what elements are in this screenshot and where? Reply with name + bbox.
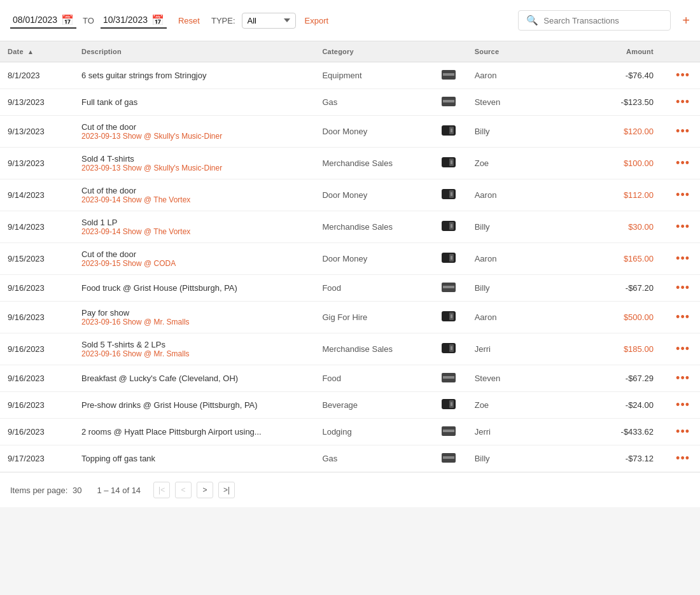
row-options-button[interactable]: •••	[676, 157, 690, 170]
row-options-button[interactable]: •••	[676, 372, 690, 385]
cell-date: 9/16/2023	[0, 365, 74, 392]
export-button[interactable]: Export	[305, 16, 329, 25]
table-row: 9/13/2023Full tank of gasGasSteven-$123.…	[0, 89, 700, 116]
description-link[interactable]: 2023-09-13 Show @ Skully's Music-Diner	[81, 132, 307, 141]
row-options-button[interactable]: •••	[676, 452, 690, 465]
cell-action: •••	[661, 365, 700, 392]
col-header-source[interactable]: Source	[467, 41, 561, 62]
row-options-button[interactable]: •••	[676, 342, 690, 356]
description-text: Cut of the door	[81, 249, 136, 259]
cell-description: 2 rooms @ Hyatt Place Pittsburgh Airport…	[74, 419, 314, 445]
cell-description: Breakfast @ Lucky's Cafe (Cleveland, OH)	[74, 365, 314, 392]
cell-date: 9/16/2023	[0, 275, 74, 302]
cell-description: Pay for show2023-09-16 Show @ Mr. Smalls	[74, 302, 314, 333]
cell-amount: -$24.00	[560, 392, 661, 419]
reset-button[interactable]: Reset	[178, 16, 200, 25]
calendar-from-icon[interactable]: 📅	[61, 14, 74, 26]
cell-category: Gas	[314, 445, 438, 472]
type-select[interactable]: All Income Expense	[242, 13, 296, 29]
debit-card-icon	[442, 311, 456, 321]
cell-description: Cut of the door2023-09-14 Show @ The Vor…	[74, 179, 314, 211]
cell-source-icon	[439, 148, 467, 179]
calendar-to-icon[interactable]: 📅	[151, 14, 164, 26]
table-row: 9/16/2023Sold 5 T-shirts & 2 LPs2023-09-…	[0, 333, 700, 365]
cell-amount: $165.00	[560, 243, 661, 275]
type-label: TYPE:	[211, 16, 235, 25]
cell-description: 6 sets guitar strings from Stringjoy	[74, 62, 314, 89]
row-options-button[interactable]: •••	[676, 281, 690, 295]
cell-source: Aaron	[467, 243, 561, 275]
cell-amount: -$73.12	[560, 445, 661, 472]
cell-category: Gig For Hire	[314, 302, 438, 333]
credit-card-icon	[442, 426, 456, 436]
row-options-button[interactable]: •••	[676, 398, 690, 412]
description-text: Cut of the door	[81, 186, 136, 195]
cell-source-icon	[439, 275, 467, 302]
row-options-button[interactable]: •••	[676, 220, 690, 234]
cell-category: Merchandise Sales	[314, 211, 438, 243]
cell-source: Aaron	[467, 302, 561, 333]
description-link[interactable]: 2023-09-16 Show @ Mr. Smalls	[81, 349, 307, 358]
table-header-row: Date ▲ Description Category Source Amoun…	[0, 41, 700, 62]
row-options-button[interactable]: •••	[676, 95, 690, 109]
cell-source: Steven	[467, 365, 561, 392]
cell-source: Billy	[467, 275, 561, 302]
cell-amount: -$67.20	[560, 275, 661, 302]
last-page-button[interactable]: >|	[218, 482, 235, 498]
cell-source-icon	[439, 116, 467, 148]
page-range-text: 1 – 14 of 14	[97, 486, 141, 495]
add-transaction-button[interactable]: +	[682, 13, 690, 28]
cell-source-icon	[439, 211, 467, 243]
first-page-button[interactable]: |<	[153, 482, 170, 498]
cell-action: •••	[661, 89, 700, 116]
next-page-button[interactable]: >	[197, 482, 213, 498]
cell-source-icon	[439, 419, 467, 445]
description-link[interactable]: 2023-09-16 Show @ Mr. Smalls	[81, 318, 307, 326]
cell-source-icon	[439, 243, 467, 275]
cell-source-icon	[439, 62, 467, 89]
col-header-date[interactable]: Date ▲	[0, 41, 74, 62]
date-to-value: 10/31/2023	[103, 15, 148, 25]
credit-card-icon	[442, 373, 456, 382]
credit-card-icon	[442, 97, 456, 106]
description-link[interactable]: 2023-09-14 Show @ The Vortex	[81, 195, 307, 204]
description-link[interactable]: 2023-09-14 Show @ The Vortex	[81, 227, 307, 236]
cell-source-icon	[439, 333, 467, 365]
table-row: 8/1/20236 sets guitar strings from Strin…	[0, 62, 700, 89]
cell-category: Equipment	[314, 62, 438, 89]
description-link[interactable]: 2023-09-13 Show @ Skully's Music-Diner	[81, 164, 307, 172]
cell-category: Food	[314, 275, 438, 302]
cell-source: Steven	[467, 89, 561, 116]
prev-page-button[interactable]: <	[175, 482, 192, 498]
cell-amount: -$67.29	[560, 365, 661, 392]
debit-card-icon	[442, 125, 456, 136]
row-options-button[interactable]: •••	[676, 425, 690, 438]
col-header-amount[interactable]: Amount	[560, 41, 661, 62]
search-input[interactable]	[543, 16, 662, 25]
cell-source-icon	[439, 89, 467, 116]
col-header-source-icon	[439, 41, 467, 62]
cell-description: Sold 4 T-shirts2023-09-13 Show @ Skully'…	[74, 148, 314, 179]
row-options-button[interactable]: •••	[676, 311, 690, 324]
table-row: 9/14/2023Sold 1 LP2023-09-14 Show @ The …	[0, 211, 700, 243]
col-header-description[interactable]: Description	[74, 41, 314, 62]
row-options-button[interactable]: •••	[676, 125, 690, 138]
table-row: 9/16/2023Food truck @ Grist House (Pitts…	[0, 275, 700, 302]
to-label: TO	[83, 16, 94, 25]
row-options-button[interactable]: •••	[676, 188, 690, 202]
row-options-button[interactable]: •••	[676, 69, 690, 82]
cell-action: •••	[661, 211, 700, 243]
search-icon: 🔍	[526, 15, 538, 26]
description-link[interactable]: 2023-09-15 Show @ CODA	[81, 259, 307, 268]
toolbar: 08/01/2023 📅 TO 10/31/2023 📅 Reset TYPE:…	[0, 0, 700, 41]
col-header-category[interactable]: Category	[314, 41, 438, 62]
debit-card-icon	[442, 253, 456, 263]
cell-source: Zoe	[467, 392, 561, 419]
cell-date: 8/1/2023	[0, 62, 74, 89]
description-text: 6 sets guitar strings from Stringjoy	[81, 71, 207, 80]
cell-action: •••	[661, 148, 700, 179]
description-text: 2 rooms @ Hyatt Place Pittsburgh Airport…	[81, 427, 262, 437]
table-row: 9/16/2023Breakfast @ Lucky's Cafe (Cleve…	[0, 365, 700, 392]
credit-card-icon	[442, 283, 456, 292]
row-options-button[interactable]: •••	[676, 252, 690, 265]
